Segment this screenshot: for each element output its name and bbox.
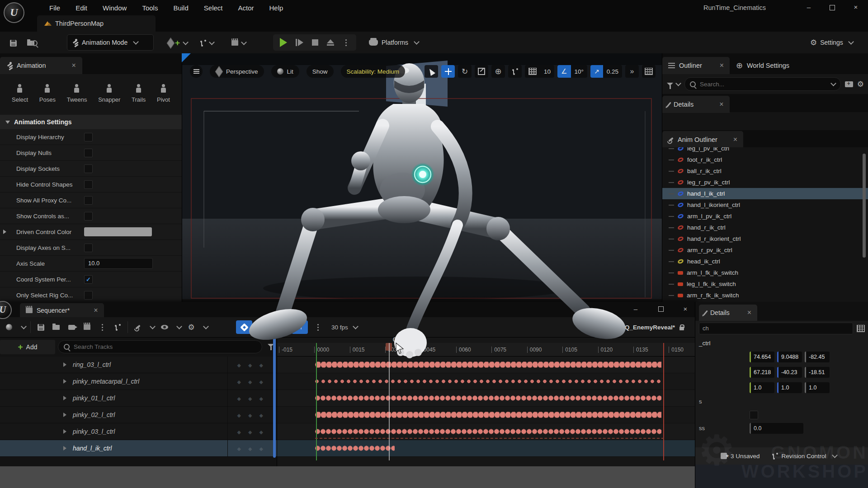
rotate-tool-button[interactable] [458, 65, 472, 78]
next-key-icon[interactable] [259, 428, 263, 435]
add-key-icon[interactable] [248, 378, 252, 385]
setting-checkbox[interactable] [84, 275, 93, 284]
keyframe-lane[interactable] [277, 440, 698, 457]
control-list-item[interactable]: head_ik_ctrl [662, 256, 868, 267]
rotation-value[interactable]: -40.23 [777, 367, 802, 378]
eject-button[interactable] [327, 39, 334, 46]
control-list-item[interactable]: leg_l_fk_ik_switch [662, 278, 868, 290]
keyframe-lane[interactable] [277, 407, 698, 423]
chevron-down-icon[interactable] [675, 80, 681, 86]
add-track-button[interactable]: +Add [0, 340, 55, 354]
snap-options-menu[interactable] [312, 322, 323, 333]
scalability-dropdown[interactable]: Scalability: Medium [341, 65, 405, 78]
unreal-logo-icon[interactable]: U [4, 2, 24, 23]
editor-mode-select[interactable]: Animation Mode [67, 34, 154, 51]
close-icon[interactable] [719, 101, 723, 108]
control-list-item[interactable]: hand_r_ikorient_ctrl [662, 233, 868, 244]
show-dropdown[interactable]: Show [307, 65, 334, 78]
add-key-icon[interactable] [248, 361, 252, 368]
expand-arrow-icon[interactable] [63, 446, 66, 450]
close-icon[interactable] [71, 62, 75, 69]
tab-anim-outliner[interactable]: Anim Outliner [662, 131, 743, 148]
setting-checkbox[interactable] [84, 196, 93, 205]
menu-item[interactable]: Tools [134, 4, 165, 12]
close-icon[interactable] [94, 307, 98, 314]
close-icon[interactable] [720, 62, 724, 69]
animation-settings-header[interactable]: Animation Settings [0, 115, 182, 129]
grid-snap-control[interactable]: 10 [525, 65, 554, 78]
menu-item[interactable]: Select [196, 4, 231, 12]
scale-value[interactable]: 1.0 [750, 382, 774, 393]
next-key-icon[interactable] [259, 378, 263, 385]
location-value[interactable]: 74.654 [750, 352, 774, 362]
tab-world-settings[interactable]: World Settings [730, 57, 795, 74]
tab-outliner[interactable]: Outliner [662, 57, 730, 74]
keyframe-lane[interactable] [277, 390, 698, 407]
expand-arrow-icon[interactable] [63, 362, 66, 367]
camera-button[interactable] [66, 322, 77, 333]
cinematics-button[interactable] [231, 36, 246, 50]
control-list-item[interactable]: arm_r_pv_ik_ctrl [662, 244, 868, 256]
track-row[interactable]: pinky_02_l_ctrl [0, 407, 277, 423]
animation-tool-button[interactable]: Pivot [157, 84, 170, 103]
move-tool-button[interactable] [441, 65, 455, 78]
control-list-item[interactable]: leg_r_pv_ik_ctrl [662, 177, 868, 188]
viewport-options-menu[interactable] [190, 65, 203, 78]
prev-key-icon[interactable] [237, 411, 241, 418]
lit-dropdown[interactable]: Lit [271, 65, 299, 78]
track-row[interactable]: hand_l_ik_ctrl [0, 440, 277, 457]
animation-tool-button[interactable]: Select [12, 84, 28, 103]
expand-arrow-icon[interactable] [63, 429, 66, 434]
setting-checkbox[interactable] [84, 133, 93, 141]
sequence-hierarchy-button[interactable] [112, 322, 123, 333]
control-list-item[interactable]: arm_l_pv_ik_ctrl [662, 211, 868, 222]
track-row[interactable]: pinky_01_l_ctrl [0, 390, 277, 407]
details-search-input[interactable]: ch [699, 323, 853, 334]
skip-button[interactable] [296, 39, 303, 46]
play-button[interactable] [280, 38, 287, 47]
field-value-input[interactable]: 0.0 [750, 423, 803, 434]
minimize-button[interactable]: – [628, 304, 643, 315]
prev-key-icon[interactable] [237, 361, 241, 368]
menu-item[interactable]: Window [95, 4, 134, 12]
blueprints-button[interactable] [200, 36, 214, 50]
settings-dropdown[interactable]: Settings [810, 35, 853, 50]
animation-tool-button[interactable]: Snapper [98, 84, 120, 103]
expand-arrow-icon[interactable] [63, 396, 66, 400]
display-options-icon[interactable] [857, 325, 865, 332]
close-icon[interactable] [747, 309, 751, 316]
revision-control-button[interactable]: Revision Control [772, 453, 837, 460]
scale-snap-control[interactable]: 0.25 [590, 65, 622, 78]
render-movie-button[interactable] [81, 322, 92, 333]
auto-key-button[interactable] [236, 320, 252, 334]
menu-item[interactable]: Actor [230, 4, 261, 12]
control-list-item[interactable]: arm_l_fk_ik_switch [662, 267, 868, 278]
viewport-3d[interactable] [182, 53, 662, 299]
close-button[interactable]: × [678, 304, 693, 315]
save-button[interactable] [6, 37, 20, 49]
prev-key-icon[interactable] [237, 428, 241, 435]
tools-button[interactable] [132, 322, 143, 333]
fps-dropdown[interactable]: 30 fps [331, 324, 358, 331]
curve-editor-button[interactable] [257, 322, 268, 333]
control-list-item[interactable]: foot_r_ik_ctrl [662, 154, 868, 165]
perspective-dropdown[interactable]: Perspective [210, 65, 264, 78]
control-list-item[interactable]: arm_r_fk_ik_switch [662, 290, 868, 301]
add-key-icon[interactable] [248, 411, 252, 418]
expand-arrow-icon[interactable] [63, 379, 66, 384]
world-options-button[interactable] [4, 322, 14, 333]
sequence-name[interactable]: Q_EnemyReveal* [625, 324, 675, 331]
animation-tool-button[interactable]: Poses [39, 84, 56, 103]
camera-speed-more-button[interactable] [625, 65, 639, 78]
stop-button[interactable] [312, 39, 318, 46]
location-value[interactable]: -82.45 [805, 352, 830, 362]
outliner-search-input[interactable]: Search... [684, 77, 841, 91]
setting-checkbox[interactable] [84, 149, 93, 157]
control-list-item[interactable]: ball_r_ik_ctrl [662, 165, 868, 177]
details-checkbox[interactable] [750, 411, 758, 419]
keyframe-lane[interactable] [277, 373, 698, 390]
save-sequence-button[interactable] [35, 322, 46, 333]
platforms-dropdown[interactable]: Platforms [369, 35, 419, 50]
play-options-menu[interactable] [345, 42, 347, 43]
setting-checkbox[interactable] [84, 291, 93, 300]
